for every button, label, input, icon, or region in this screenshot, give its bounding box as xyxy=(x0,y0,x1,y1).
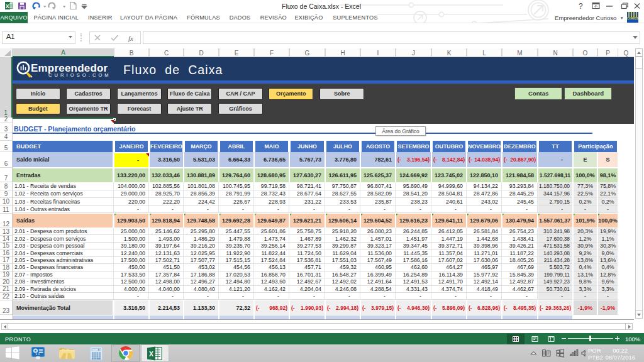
svg-text:X: X xyxy=(6,3,9,9)
svg-text:?: ? xyxy=(579,2,583,11)
svg-text:X: X xyxy=(149,349,153,357)
svg-text:8: 8 xyxy=(98,348,99,351)
svg-text:fx: fx xyxy=(128,34,133,41)
